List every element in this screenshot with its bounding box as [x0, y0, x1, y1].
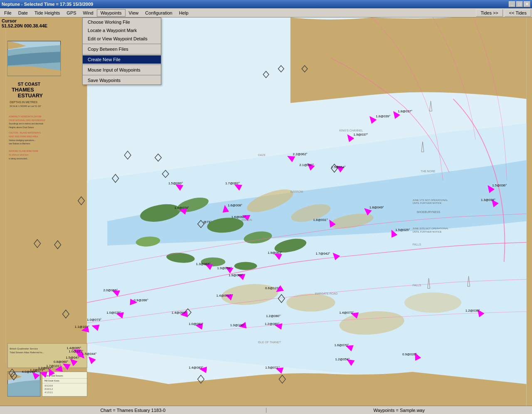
chart-status: Chart = Thames Estuary 1183-0: [0, 408, 266, 413]
menu-gps[interactable]: GPS: [63, 10, 79, 16]
svg-text:UNTIL FURTHER NOTICE: UNTIL FURTHER NOTICE: [412, 202, 441, 204]
menu-file[interactable]: File: [1, 10, 15, 16]
maximize-button[interactable]: □: [516, 1, 523, 7]
svg-text:FALLS: FALLS: [412, 284, 421, 287]
svg-text:THE NORE: THE NORE: [421, 170, 436, 173]
svg-text:1.5@025°: 1.5@025°: [395, 228, 410, 232]
cursor-info: Cursor 51.52.20N 000.38.44E: [2, 18, 47, 28]
statusbar: Chart = Thames Estuary 1183-0 Waypoints …: [0, 406, 532, 414]
svg-text:2.0@066°: 2.0@066°: [103, 288, 118, 292]
svg-text:OSGB NATIONAL GRID REFERENCES: OSGB NATIONAL GRID REFERENCES: [9, 119, 45, 121]
close-button[interactable]: ✕: [524, 1, 530, 7]
svg-text:1.2@058°: 1.2@058°: [335, 357, 350, 361]
menu-configuration[interactable]: Configuration: [142, 10, 175, 16]
svg-text:UNTIL FURTHER NOTICE: UNTIL FURTHER NOTICE: [412, 231, 441, 233]
svg-text:1.5@060°: 1.5@060°: [168, 181, 183, 185]
svg-text:1.0@076°: 1.0@076°: [106, 311, 121, 315]
svg-text:KENT KING FARM DRED AREA: KENT KING FARM DRED AREA: [9, 136, 38, 138]
separator-2: [83, 54, 161, 55]
svg-text:1.8@074°: 1.8@074°: [175, 206, 189, 210]
separator-1: [83, 44, 161, 44]
svg-text:1.6@008°: 1.6@008°: [228, 203, 242, 207]
svg-text:1.5@036°: 1.5@036°: [492, 183, 507, 187]
menu-help[interactable]: Help: [176, 10, 192, 16]
svg-text:BARROW: BARROW: [291, 190, 303, 193]
svg-text:ISLE OF THANET: ISLE OF THANET: [258, 341, 281, 344]
menu-waypoints[interactable]: Waypoints: [97, 9, 126, 17]
chart-svg: ST COAST THAMES ESTUARY DEPTHS IN METRES…: [0, 17, 532, 406]
svg-text:1.4@073°: 1.4@073°: [339, 311, 354, 315]
svg-text:HW Dover  Knots: HW Dover Knots: [44, 380, 59, 382]
svg-text:0.6@123°: 0.6@123°: [265, 286, 280, 290]
separator-4: [83, 75, 161, 75]
svg-point-18: [404, 293, 461, 313]
menu-view[interactable]: View: [126, 10, 142, 16]
svg-point-11: [234, 262, 257, 270]
svg-text:1.7@042°: 1.7@042°: [315, 252, 330, 255]
svg-text:1.9@069°: 1.9@069°: [229, 273, 243, 277]
svg-text:1.4@096°: 1.4@096°: [172, 311, 186, 315]
svg-text:0.9@266°: 0.9@266°: [134, 298, 148, 302]
create-new-item[interactable]: Create New File: [83, 55, 161, 64]
svg-text:1.0@222°: 1.0@222°: [69, 350, 83, 353]
svg-text:@73°: @73°: [203, 220, 212, 224]
svg-text:Spring Tidal Streams: Spring Tidal Streams: [44, 375, 63, 377]
choose-working-file-item[interactable]: Choose Working File: [83, 18, 161, 26]
titlebar: Neptune - Selected Time = 17:35 15/3/200…: [0, 0, 532, 8]
svg-text:2.2@062°: 2.2@062°: [293, 152, 308, 156]
svg-text:1.5@047°: 1.5@047°: [66, 356, 80, 359]
svg-text:1.6@070°: 1.6@070°: [334, 343, 349, 347]
svg-text:1.7@062°: 1.7@062°: [225, 181, 240, 185]
menu-wind[interactable]: Wind: [80, 10, 97, 16]
svg-text:MARGATE ROAD: MARGATE ROAD: [315, 292, 337, 295]
edit-waypoint-item[interactable]: Edit or View Waypoint Details: [83, 35, 161, 43]
svg-text:0.9@026°: 0.9@026°: [402, 352, 417, 356]
copy-between-item[interactable]: Copy Between Files: [83, 45, 161, 53]
cursor-label: Cursor: [2, 18, 47, 23]
titlebar-controls: _ □ ✕: [509, 1, 530, 7]
svg-text:-6   0.3   0.5: -6 0.3 0.5: [44, 385, 53, 387]
mouse-input-item[interactable]: Mouse Input of Waypoints: [83, 66, 161, 74]
svg-text:1.2@080°: 1.2@080°: [265, 322, 279, 326]
title-text: Neptune - Selected Time = 17:35 15/3/200…: [2, 2, 93, 7]
svg-text:1.8@049°: 1.8@049°: [369, 206, 384, 209]
svg-text:-5   0.8   1.2: -5 0.8 1.2: [44, 388, 53, 390]
svg-text:FALLS: FALLS: [412, 243, 421, 246]
tides-back-button[interactable]: << Tides: [505, 9, 531, 17]
locate-waypoint-item[interactable]: Locate a Waypoint Mark: [83, 26, 161, 35]
menu-date[interactable]: Date: [15, 10, 31, 16]
svg-text:1.6@068°: 1.6@068°: [232, 215, 246, 219]
svg-text:2.1@047°: 2.1@047°: [299, 163, 314, 167]
svg-text:Heights above Chart Datum: Heights above Chart Datum: [9, 126, 34, 129]
svg-text:1.4@083°: 1.4@083°: [189, 366, 203, 369]
svg-text:see Notices to Mariners: see Notices to Mariners: [9, 143, 30, 145]
svg-text:1.3@065°: 1.3@065°: [196, 262, 211, 266]
svg-text:MAPLIN: MAPLIN: [241, 219, 252, 222]
svg-text:INSHORE ISLAND WIND FARM: INSHORE ISLAND WIND FARM: [9, 150, 38, 152]
svg-text:1.8@031°: 1.8@031°: [313, 218, 328, 222]
svg-text:JUNE VTS NOT OPERATIONAL: JUNE VTS NOT OPERATIONAL: [412, 199, 448, 201]
svg-text:1.9@037°: 1.9@037°: [353, 133, 368, 136]
save-waypoints-item[interactable]: Save Waypoints: [83, 76, 161, 84]
svg-text:1.0@081°: 1.0@081°: [189, 322, 203, 326]
chart-area[interactable]: ST COAST THAMES ESTUARY DEPTHS IN METRES…: [0, 17, 532, 406]
svg-text:CAUTION - INLAND WATERWAYS: CAUTION - INLAND WATERWAYS: [9, 132, 41, 134]
svg-text:1.4@071°: 1.4@071°: [217, 294, 231, 297]
svg-text:1.5@071°: 1.5@071°: [265, 366, 280, 369]
svg-text:DEPTHS IN METRES: DEPTHS IN METRES: [10, 101, 37, 104]
svg-text:An offshore wind farm: An offshore wind farm: [9, 154, 28, 156]
minimize-button[interactable]: _: [509, 1, 515, 7]
waypoints-status: Waypoints = Sample.way: [266, 408, 532, 413]
svg-text:OAZE: OAZE: [258, 154, 266, 156]
svg-text:1.9@058°: 1.9@058°: [217, 266, 232, 270]
menu-tide-heights[interactable]: Tide Heights: [31, 10, 63, 16]
svg-text:1.1@101°: 1.1@101°: [75, 325, 89, 329]
svg-text:1.8@039°: 1.8@039°: [376, 114, 390, 118]
svg-text:British Qualimeter Service: British Qualimeter Service: [10, 347, 38, 350]
cursor-coords: 51.52.20N 000.38.44E: [2, 23, 47, 28]
svg-text:0.8@060°: 0.8@060°: [54, 360, 68, 364]
svg-text:1.3@100°: 1.3@100°: [230, 323, 245, 327]
svg-text:Various dredging operations...: Various dredging operations...: [9, 139, 36, 141]
svg-text:1.9@063°: 1.9@063°: [268, 251, 282, 255]
tides-forward-button[interactable]: Tides >>: [476, 9, 502, 17]
